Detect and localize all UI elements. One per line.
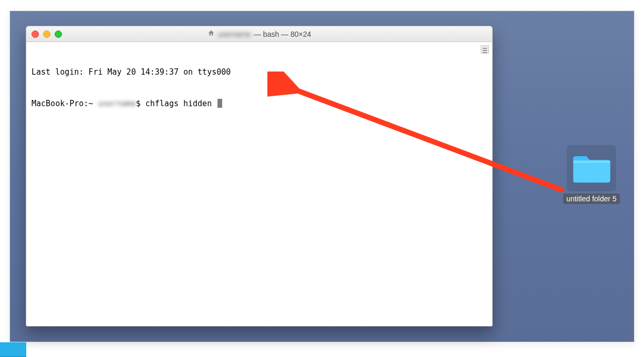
typed-command: chflags hidden — [146, 99, 216, 108]
scroll-indicator-icon[interactable] — [481, 45, 489, 54]
title-suffix: — bash — 80×24 — [254, 26, 311, 42]
prompt-symbol: $ — [136, 99, 146, 108]
prompt-user-blurred: username — [98, 98, 136, 109]
desktop-background: username — bash — 80×24 Last login: Fri … — [9, 11, 635, 342]
window-titlebar[interactable]: username — bash — 80×24 — [26, 26, 492, 42]
home-icon — [207, 26, 215, 42]
title-user-blurred: username — [218, 26, 251, 42]
bottom-accent-tab — [0, 342, 26, 357]
terminal-prompt-line: MacBook-Pro:~ username$ chflags hidden — [32, 98, 487, 109]
window-traffic-lights — [32, 30, 62, 38]
terminal-line: Last login: Fri May 20 14:39:37 on ttys0… — [32, 67, 487, 77]
terminal-window[interactable]: username — bash — 80×24 Last login: Fri … — [26, 26, 493, 327]
prompt-host: MacBook-Pro:~ — [32, 99, 98, 108]
window-title: username — bash — 80×24 — [207, 27, 311, 42]
desktop-folder-item[interactable]: untitled folder 5 — [560, 145, 623, 204]
minimize-icon[interactable] — [43, 30, 50, 38]
terminal-output[interactable]: Last login: Fri May 20 14:39:37 on ttys0… — [26, 42, 492, 136]
close-icon[interactable] — [32, 30, 39, 38]
folder-label[interactable]: untitled folder 5 — [563, 193, 620, 204]
folder-icon[interactable] — [567, 145, 616, 191]
zoom-icon[interactable] — [55, 30, 62, 38]
svg-rect-0 — [573, 161, 610, 162]
cursor-icon — [217, 99, 222, 108]
